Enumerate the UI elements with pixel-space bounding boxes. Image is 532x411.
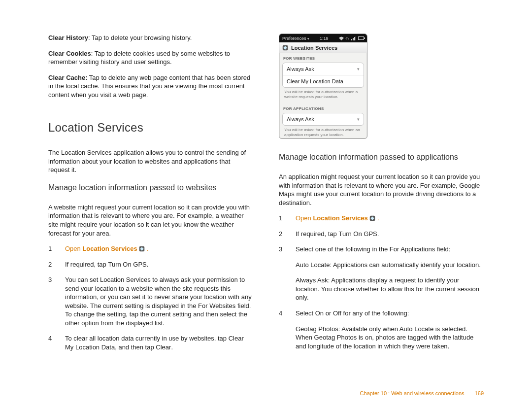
battery-icon [358,36,364,40]
term: Always Ask: [296,276,330,284]
step-option-auto-locate: Auto Locate: Applications can automatica… [279,261,484,270]
term: Clear History [48,34,88,41]
subsection-heading: Manage location information passed to ap… [279,153,484,162]
page-footer: Chapter 10 : Web and wireless connection… [360,390,484,396]
chevron-down-icon: ▾ [357,67,360,71]
step-4: 4 To clear all location data currently i… [48,334,253,351]
settings-row[interactable]: Clear My Location Data [283,75,364,87]
step-option-always-ask: Always Ask: Applications display a reque… [279,276,484,302]
section-label: For Websites [279,53,367,63]
page-number: 169 [475,390,484,396]
step-3: 3 Select one of the following in the For… [279,245,484,254]
subsection-intro: An application might request your curren… [279,172,484,207]
text-bold: Off [333,309,341,317]
text: , and then tap [115,343,156,351]
step-number: 4 [279,309,285,318]
step-number: 3 [279,245,285,254]
section-heading: Location Services [48,121,253,135]
text-bold: Location Services [313,214,367,222]
step-number: 3 [48,275,54,327]
step-4: 4 Select On or Off for any of the follow… [279,309,484,318]
step-number [279,261,285,270]
step-number [279,276,285,302]
term: Clear Cache: [48,74,87,81]
steps-list: 1 Open Location Services . 2 If required… [279,214,484,350]
text: Open [296,214,313,222]
text-bold: Location Services [82,245,137,252]
location-services-icon [369,215,375,221]
text: Select [296,309,315,317]
text: . [171,343,173,351]
document-page: Clear History: Tap to delete your browsi… [0,0,532,411]
step-body: Select one of the following in the For A… [296,245,484,254]
step-body: If required, tap Turn On GPS. [65,260,253,269]
step-body: Auto Locate: Applications can automatica… [296,261,484,270]
left-column: Clear History: Tap to delete your browsi… [48,34,253,359]
text: If required, tap [296,230,338,238]
step-1: 1 Open Location Services . [48,244,253,253]
section-intro: The Location Services application allows… [48,148,253,174]
text: . [375,214,379,222]
step-body: Select On or Off for any of the followin… [296,309,484,318]
location-services-icon [139,246,145,252]
definition-clear-cookies: Clear Cookies: Tap to delete cookies use… [48,49,253,67]
wifi-icon [339,36,344,40]
term: Auto Locate: [296,261,332,269]
screen-title-bar: Location Services [279,42,367,53]
section-label: For Applications [279,103,367,113]
step-2: 2 If required, tap Turn On GPS. [48,260,253,269]
screen-title: Location Services [291,45,337,51]
text-bold: Turn On GPS [108,261,146,268]
status-indicators: ev [339,36,364,40]
term: Clear Cookies [48,50,91,57]
subsection-heading: Manage location information passed to we… [48,183,253,192]
step-body: You can set Location Services to always … [65,275,253,327]
step-number: 2 [279,230,285,239]
row-label: Always Ask [287,66,314,72]
definition-clear-cache: Clear Cache: Tap to delete any web page … [48,73,253,100]
two-column-layout: Clear History: Tap to delete your browsi… [48,34,484,359]
row-label: Clear My Location Data [287,78,343,84]
phone-screenshot: Preferences ▾ 1:19 ev Location Services … [279,34,367,139]
chevron-down-icon: ▾ [357,117,360,122]
text: for any of the following: [341,309,409,317]
text-bold: Turn On GPS [338,230,377,238]
location-services-icon [282,45,288,51]
settings-row[interactable]: Always Ask▾ [283,63,364,75]
settings-row[interactable]: Always Ask▾ [283,113,364,125]
step-number: 4 [48,334,54,351]
step-3: 3 You can set Location Services to alway… [48,275,253,327]
right-column: Preferences ▾ 1:19 ev Location Services … [279,34,484,359]
settings-group-websites: Always Ask▾ Clear My Location Data [282,63,364,88]
step-1: 1 Open Location Services . [279,214,484,223]
step-body: To clear all location data currently in … [65,334,253,351]
step-body: If required, tap Turn On GPS. [296,230,484,239]
term-text: : Tap to delete your browsing history. [88,34,192,41]
step-option-geotag: Geotag Photos: Available only when Auto … [279,325,484,351]
status-bar: Preferences ▾ 1:19 ev [279,34,367,42]
text: To clear all location data currently in … [65,335,229,342]
status-menu-label: Preferences ▾ [282,36,309,41]
step-body: Open Location Services . [296,214,484,223]
text: Open [65,245,82,252]
text: . [377,230,379,238]
settings-group-applications: Always Ask▾ [282,113,364,126]
status-time: 1:19 [320,36,329,41]
term: Geotag Photos: [296,325,340,333]
text: or [324,309,333,317]
text: If required, tap [65,261,108,268]
text: Applications can automatically identify … [332,261,481,269]
step-body: Always Ask: Applications display a reque… [296,276,484,302]
step-number: 2 [48,260,54,269]
step-number: 1 [279,214,285,223]
footer-text: Chapter 10 : Web and wireless connection… [360,390,465,396]
hint-text: You will be asked for authorization when… [279,88,367,103]
step-number: 1 [48,244,54,253]
text: . [147,261,149,268]
step-body: Open Location Services . [65,244,253,253]
text-bold: Clear [156,343,171,351]
step-2: 2 If required, tap Turn On GPS. [279,230,484,239]
signal-icon [351,36,356,40]
definition-clear-history: Clear History: Tap to delete your browsi… [48,34,253,42]
text: Preferences [282,36,306,41]
